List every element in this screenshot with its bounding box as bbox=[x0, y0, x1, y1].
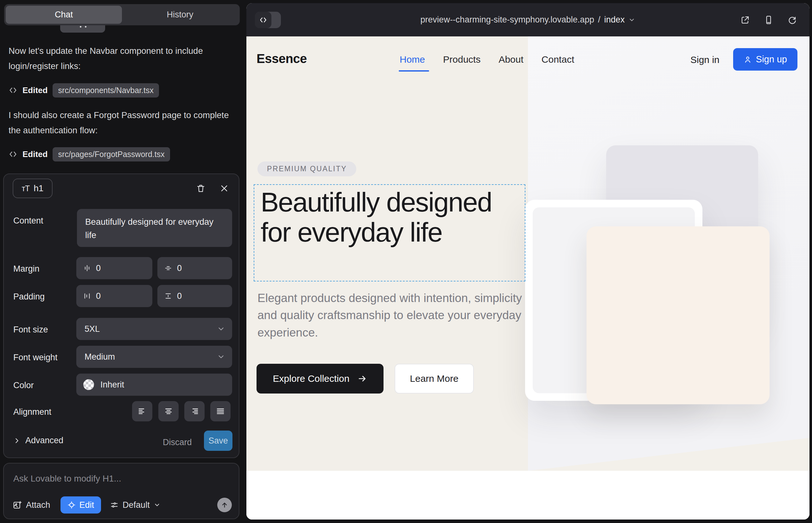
delete-element-button[interactable] bbox=[194, 181, 208, 195]
chat-message: I should also create a Forgot Password p… bbox=[8, 108, 234, 138]
type-icon: тT bbox=[22, 184, 30, 193]
sign-up-button[interactable]: Sign up bbox=[733, 48, 797, 71]
site-viewport: Essence Home Products About Contact Sign… bbox=[246, 36, 810, 520]
nav-link-contact[interactable]: Contact bbox=[542, 54, 574, 65]
chrome-actions bbox=[740, 3, 797, 36]
align-center-button[interactable] bbox=[158, 401, 179, 421]
browser-chrome: preview--charming-site-symphony.lovable.… bbox=[246, 3, 810, 36]
file-chip[interactable]: src/pages/ForgotPassword.tsx bbox=[53, 147, 170, 161]
chevron-down-icon bbox=[154, 502, 161, 508]
truncated-chip bbox=[60, 25, 105, 33]
preview-url: preview--charming-site-symphony.lovable.… bbox=[421, 15, 595, 25]
site-nav: Home Products About Contact bbox=[400, 54, 574, 65]
learn-more-button[interactable]: Learn More bbox=[394, 364, 474, 394]
chevron-down-icon bbox=[217, 353, 225, 361]
element-editor-panel: тT h1 Content Beautifully designed for e… bbox=[3, 174, 240, 458]
url-bar[interactable]: preview--charming-site-symphony.lovable.… bbox=[246, 3, 810, 36]
padding-horizontal-icon bbox=[83, 292, 91, 300]
tab-bar: Chat History bbox=[4, 4, 240, 25]
font-weight-select[interactable]: Medium bbox=[76, 346, 232, 368]
font-size-label: Font size bbox=[13, 325, 48, 335]
sliders-icon bbox=[110, 501, 119, 509]
edit-mode-button[interactable]: Edit bbox=[60, 497, 101, 513]
edited-file-row: Edited src/components/Navbar.tsx bbox=[8, 83, 159, 97]
tab-chat-label: Chat bbox=[55, 10, 73, 20]
margin-horizontal-icon bbox=[83, 264, 91, 272]
prompt-box[interactable]: Ask Lovable to modify H1... Attach Edit … bbox=[3, 463, 240, 519]
margin-label: Margin bbox=[13, 264, 40, 274]
page-name: index bbox=[604, 15, 625, 25]
site-logo[interactable]: Essence bbox=[257, 52, 307, 66]
sign-in-link[interactable]: Sign in bbox=[690, 54, 720, 65]
url-separator: / bbox=[598, 15, 600, 25]
attach-button[interactable]: Attach bbox=[13, 500, 50, 510]
close-icon[interactable] bbox=[217, 181, 231, 195]
discard-button[interactable]: Discard bbox=[163, 437, 192, 447]
tab-chat[interactable]: Chat bbox=[6, 6, 122, 24]
chat-message: Now let's update the Navbar component to… bbox=[8, 43, 234, 74]
save-button[interactable]: Save bbox=[204, 431, 232, 451]
arrow-right-icon bbox=[357, 374, 367, 383]
advanced-toggle[interactable]: Advanced bbox=[13, 436, 63, 446]
color-swatch bbox=[83, 379, 94, 390]
hero-description: Elegant products designed with intention… bbox=[258, 290, 544, 341]
hero-heading[interactable]: Beautifully designed for everyday life bbox=[261, 187, 528, 247]
nav-link-home[interactable]: Home bbox=[400, 54, 425, 65]
margin-y-input[interactable]: 0 bbox=[157, 257, 232, 279]
code-icon bbox=[8, 150, 17, 159]
attach-image-icon bbox=[13, 500, 22, 510]
edited-label: Edited bbox=[22, 86, 48, 95]
code-icon bbox=[8, 86, 17, 95]
chat-panel: Chat History Now let's update the Navbar… bbox=[0, 0, 241, 523]
decorative-card-cream bbox=[586, 227, 770, 404]
align-right-button[interactable] bbox=[184, 401, 205, 421]
margin-x-input[interactable]: 0 bbox=[76, 257, 152, 279]
margin-vertical-icon bbox=[164, 264, 172, 272]
edited-label: Edited bbox=[22, 149, 48, 159]
align-left-button[interactable] bbox=[132, 401, 152, 421]
refresh-icon[interactable] bbox=[787, 15, 797, 25]
padding-y-input[interactable]: 0 bbox=[157, 285, 232, 307]
chevron-right-icon bbox=[13, 437, 20, 444]
content-input[interactable]: Beautifully designed for everyday life bbox=[77, 209, 232, 247]
mode-select[interactable]: Default bbox=[110, 500, 161, 510]
mobile-preview-icon[interactable] bbox=[764, 15, 773, 25]
color-select[interactable]: Inherit bbox=[76, 374, 232, 396]
padding-label: Padding bbox=[13, 292, 45, 302]
section-below-hero bbox=[246, 471, 810, 520]
chevron-down-icon bbox=[628, 16, 635, 23]
preview-window: preview--charming-site-symphony.lovable.… bbox=[246, 3, 810, 520]
align-justify-button[interactable] bbox=[210, 401, 231, 421]
explore-collection-button[interactable]: Explore Collection bbox=[257, 364, 384, 394]
font-size-select[interactable]: 5XL bbox=[76, 318, 232, 340]
element-tag-pill: тT h1 bbox=[13, 179, 53, 198]
alignment-label: Alignment bbox=[13, 407, 51, 417]
edited-file-row: Edited src/pages/ForgotPassword.tsx bbox=[8, 147, 170, 161]
open-external-icon[interactable] bbox=[740, 15, 750, 25]
padding-x-input[interactable]: 0 bbox=[76, 285, 152, 307]
color-label: Color bbox=[13, 381, 34, 390]
send-button[interactable] bbox=[217, 498, 232, 512]
target-icon bbox=[68, 501, 76, 509]
user-icon bbox=[744, 55, 752, 64]
nav-link-about[interactable]: About bbox=[498, 54, 523, 65]
chevron-down-icon bbox=[217, 325, 225, 333]
font-weight-label: Font weight bbox=[13, 353, 58, 362]
padding-vertical-icon bbox=[164, 292, 172, 300]
tab-history-label: History bbox=[166, 10, 193, 20]
content-label: Content bbox=[13, 216, 43, 226]
prompt-input[interactable]: Ask Lovable to modify H1... bbox=[13, 474, 121, 484]
tab-history[interactable]: History bbox=[122, 6, 238, 24]
element-tag: h1 bbox=[34, 183, 43, 194]
file-chip[interactable]: src/components/Navbar.tsx bbox=[53, 83, 159, 97]
active-nav-underline bbox=[399, 70, 429, 72]
premium-badge: PREMIUM QUALITY bbox=[258, 161, 356, 176]
prompt-toolbar: Attach Edit Default bbox=[13, 497, 232, 513]
nav-link-products[interactable]: Products bbox=[443, 54, 480, 65]
